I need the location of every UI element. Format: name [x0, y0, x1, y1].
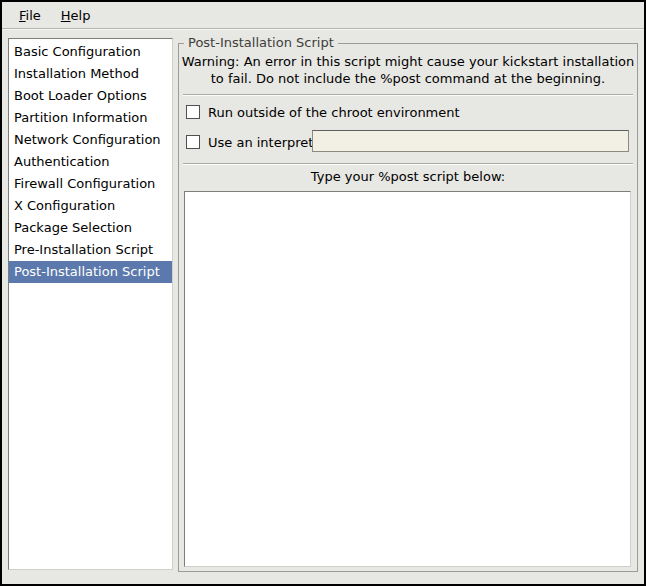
sidebar-item-firewall-configuration[interactable]: Firewall Configuration [9, 173, 172, 195]
separator [183, 163, 633, 165]
chroot-checkbox-row[interactable]: Run outside of the chroot environment [186, 104, 460, 120]
sidebar-item-post-installation-script[interactable]: Post-Installation Script [9, 261, 172, 283]
menu-help[interactable]: Help [51, 4, 101, 27]
warning-line-2: to fail. Do not include the %post comman… [179, 70, 637, 87]
sidebar-item-basic-configuration[interactable]: Basic Configuration [9, 41, 172, 63]
sidebar-item-x-configuration[interactable]: X Configuration [9, 195, 172, 217]
interpreter-checkbox[interactable] [186, 135, 200, 149]
interpreter-checkbox-row[interactable]: Use an interpreter: [186, 134, 331, 150]
warning-line-1: Warning: An error in this script might c… [179, 53, 637, 70]
menu-help-label: elp [71, 8, 91, 23]
sidebar-item-partition-information[interactable]: Partition Information [9, 107, 172, 129]
sidebar-item-boot-loader-options[interactable]: Boot Loader Options [9, 85, 172, 107]
chroot-checkbox-label[interactable]: Run outside of the chroot environment [208, 105, 460, 120]
sidebar-item-installation-method[interactable]: Installation Method [9, 63, 172, 85]
frame-title: Post-Installation Script [184, 35, 338, 50]
menu-file[interactable]: File [9, 4, 51, 27]
script-label: Type your %post script below: [179, 169, 637, 184]
menubar: File Help [2, 2, 644, 29]
sidebar-item-package-selection[interactable]: Package Selection [9, 217, 172, 239]
sidebar-list: Basic Configuration Installation Method … [8, 38, 173, 570]
post-installation-script-frame: Post-Installation Script Warning: An err… [178, 43, 638, 572]
sidebar-item-authentication[interactable]: Authentication [9, 151, 172, 173]
sidebar-item-network-configuration[interactable]: Network Configuration [9, 129, 172, 151]
post-script-textarea[interactable] [184, 191, 631, 567]
menu-file-label: ile [26, 8, 41, 23]
sidebar-item-pre-installation-script[interactable]: Pre-Installation Script [9, 239, 172, 261]
kickstart-configurator-window: File Help Basic Configuration Installati… [0, 0, 646, 586]
chroot-checkbox[interactable] [186, 105, 200, 119]
menu-help-mnemonic: H [61, 8, 71, 23]
warning-text: Warning: An error in this script might c… [179, 53, 637, 87]
interpreter-input[interactable] [312, 130, 629, 152]
separator [183, 94, 633, 96]
